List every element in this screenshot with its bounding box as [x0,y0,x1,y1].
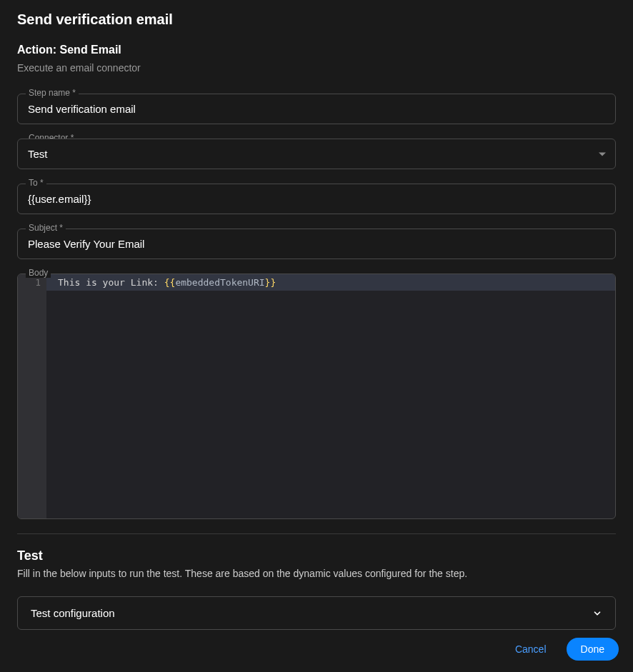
subject-field-wrapper: Subject * [17,229,616,259]
action-title: Action: Send Email [17,44,616,56]
code-content[interactable]: This is your Link: {{embeddedTokenURI}} [46,274,615,518]
connector-select[interactable] [17,139,616,169]
subject-label: Subject * [26,223,66,233]
test-configuration-accordion[interactable]: Test configuration [17,596,616,630]
chevron-down-icon [592,608,602,618]
code-line: This is your Link: {{embeddedTokenURI}} [46,274,615,291]
code-brace-open: {{ [164,277,176,288]
code-text: This is your Link: [58,277,164,288]
section-divider [17,533,616,534]
to-input[interactable] [17,184,616,214]
test-section-title: Test [17,548,616,563]
body-code-editor[interactable]: 1 This is your Link: {{embeddedTokenURI}… [17,274,616,519]
cancel-button[interactable]: Cancel [507,638,555,661]
subject-input[interactable] [17,229,616,259]
step-name-field-wrapper: Step name * [17,94,616,124]
to-field-wrapper: To * [17,184,616,214]
code-variable: embeddedTokenURI [175,277,264,288]
to-label: To * [26,178,46,188]
line-number: 1 [24,277,41,288]
accordion-label: Test configuration [31,607,115,619]
body-field-wrapper: Body 1 This is your Link: {{embeddedToke… [17,274,616,519]
step-name-input[interactable] [17,94,616,124]
dialog-footer: Cancel Done [0,626,633,672]
done-button[interactable]: Done [567,638,619,661]
action-description: Execute an email connector [17,62,616,74]
code-brace-close: }} [265,277,276,288]
test-section-description: Fill in the below inputs to run the test… [17,568,616,579]
line-numbers-gutter: 1 [18,274,46,518]
step-name-label: Step name * [26,88,79,98]
body-label: Body [26,268,51,278]
page-title: Send verification email [17,11,616,28]
connector-field-wrapper: Connector * [17,139,616,169]
